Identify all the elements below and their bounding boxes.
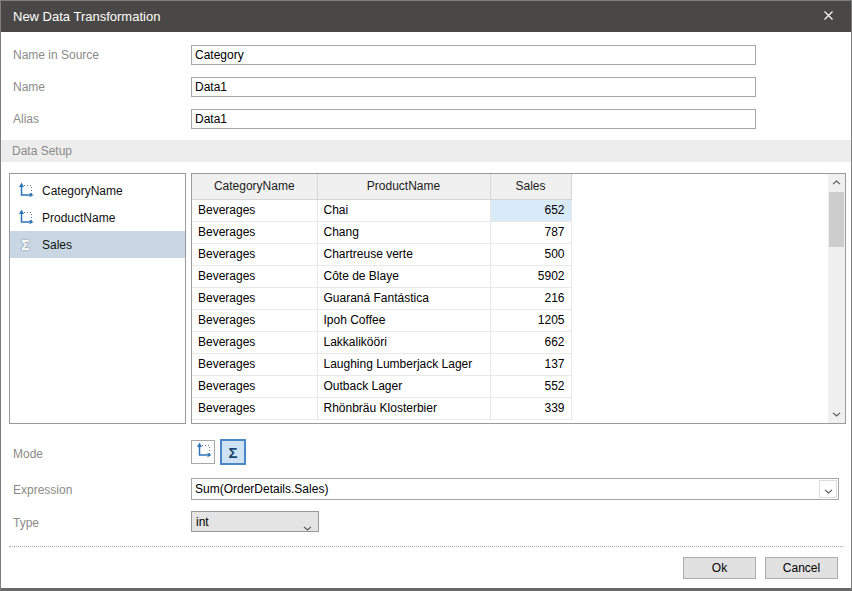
field-item-label: CategoryName <box>42 184 123 198</box>
mode-label: Mode <box>13 447 43 461</box>
dimension-mode-button[interactable] <box>191 440 215 464</box>
cell-category[interactable]: Beverages <box>192 375 317 397</box>
mode-buttons: Σ <box>191 438 246 466</box>
table-row[interactable]: Beverages Côte de Blaye 5902 <box>192 265 828 287</box>
cell-sales-selected[interactable]: 652 <box>490 199 571 221</box>
cell-sales[interactable]: 339 <box>490 397 571 419</box>
cell-product[interactable]: Lakkalikööri <box>317 331 490 353</box>
new-data-transformation-dialog: New Data Transformation Name in Source N… <box>0 0 852 591</box>
cell-category[interactable]: Beverages <box>192 397 317 419</box>
cell-category[interactable]: Beverages <box>192 221 317 243</box>
cell-product[interactable]: Outback Lager <box>317 375 490 397</box>
cell-category[interactable]: Beverages <box>192 309 317 331</box>
table-header-row: CategoryName ProductName Sales <box>192 174 828 199</box>
titlebar: New Data Transformation <box>1 1 851 32</box>
type-selected-value: int <box>196 515 209 529</box>
cell-sales[interactable]: 787 <box>490 221 571 243</box>
close-icon <box>823 9 834 24</box>
preview-grid: CategoryName ProductName Sales Beverages… <box>191 173 846 424</box>
name-in-source-field[interactable] <box>191 45 756 65</box>
preview-table: CategoryName ProductName Sales Beverages… <box>192 174 828 420</box>
table-row[interactable]: Beverages Ipoh Coffee 1205 <box>192 309 828 331</box>
cell-category[interactable]: Beverages <box>192 199 317 221</box>
cell-sales[interactable]: 552 <box>490 375 571 397</box>
scrollbar-thumb[interactable] <box>829 192 844 247</box>
cell-product[interactable]: Ipoh Coffee <box>317 309 490 331</box>
table-row[interactable]: Beverages Chang 787 <box>192 221 828 243</box>
table-row[interactable]: Beverages Rhönbräu Klosterbier 339 <box>192 397 828 419</box>
type-label: Type <box>13 516 39 530</box>
dimension-icon <box>17 182 34 199</box>
field-item-productname[interactable]: ProductName <box>10 204 185 231</box>
dimension-icon <box>17 209 34 226</box>
cell-product[interactable]: Rhönbräu Klosterbier <box>317 397 490 419</box>
cell-product[interactable]: Guaraná Fantástica <box>317 287 490 309</box>
scroll-down-icon[interactable] <box>828 406 845 423</box>
close-button[interactable] <box>806 1 851 32</box>
expression-label: Expression <box>13 483 72 497</box>
data-setup-section-header: Data Setup <box>1 140 851 162</box>
field-item-label: ProductName <box>42 211 115 225</box>
dimension-icon <box>195 442 212 462</box>
column-header-productname[interactable]: ProductName <box>317 174 490 199</box>
cell-sales[interactable]: 662 <box>490 331 571 353</box>
table-row[interactable]: Beverages Lakkalikööri 662 <box>192 331 828 353</box>
chevron-down-icon <box>824 480 833 498</box>
cell-sales[interactable]: 216 <box>490 287 571 309</box>
table-row[interactable]: Beverages Laughing Lumberjack Lager 137 <box>192 353 828 375</box>
chevron-down-icon <box>303 520 312 534</box>
expression-combobox <box>191 478 839 500</box>
expression-input[interactable] <box>192 479 816 499</box>
column-header-sales[interactable]: Sales <box>490 174 571 199</box>
cancel-button[interactable]: Cancel <box>765 557 838 579</box>
cell-category[interactable]: Beverages <box>192 353 317 375</box>
cell-product[interactable]: Chartreuse verte <box>317 243 490 265</box>
sigma-icon: Σ <box>228 445 237 460</box>
cell-category[interactable]: Beverages <box>192 243 317 265</box>
cell-sales[interactable]: 500 <box>490 243 571 265</box>
name-label: Name <box>13 80 45 94</box>
vertical-scrollbar[interactable] <box>828 174 845 423</box>
cell-sales[interactable]: 5902 <box>490 265 571 287</box>
type-select[interactable]: int <box>191 511 319 532</box>
cell-product[interactable]: Chai <box>317 199 490 221</box>
cell-category[interactable]: Beverages <box>192 331 317 353</box>
cell-category[interactable]: Beverages <box>192 287 317 309</box>
table-row[interactable]: Beverages Outback Lager 552 <box>192 375 828 397</box>
cell-product[interactable]: Laughing Lumberjack Lager <box>317 353 490 375</box>
name-field[interactable] <box>191 77 756 97</box>
footer-divider <box>9 546 843 547</box>
scroll-up-icon[interactable] <box>828 174 845 191</box>
expression-dropdown-button[interactable] <box>819 480 837 498</box>
ok-button[interactable]: Ok <box>683 557 756 579</box>
cell-product[interactable]: Chang <box>317 221 490 243</box>
field-item-label: Sales <box>42 238 72 252</box>
field-item-categoryname[interactable]: CategoryName <box>10 177 185 204</box>
field-list: CategoryName ProductName Σ Sales <box>9 173 186 424</box>
name-in-source-label: Name in Source <box>13 48 99 62</box>
cell-category[interactable]: Beverages <box>192 265 317 287</box>
window-title: New Data Transformation <box>13 9 160 24</box>
column-header-filler <box>571 174 828 199</box>
cell-sales[interactable]: 137 <box>490 353 571 375</box>
sum-mode-button[interactable]: Σ <box>220 439 246 465</box>
table-row[interactable]: Beverages Chai 652 <box>192 199 828 221</box>
sigma-icon: Σ <box>17 236 34 253</box>
column-header-categoryname[interactable]: CategoryName <box>192 174 317 199</box>
alias-label: Alias <box>13 112 39 126</box>
cell-sales[interactable]: 1205 <box>490 309 571 331</box>
field-item-sales[interactable]: Σ Sales <box>10 231 185 258</box>
table-row[interactable]: Beverages Guaraná Fantástica 216 <box>192 287 828 309</box>
table-row[interactable]: Beverages Chartreuse verte 500 <box>192 243 828 265</box>
cell-product[interactable]: Côte de Blaye <box>317 265 490 287</box>
alias-field[interactable] <box>191 109 756 129</box>
